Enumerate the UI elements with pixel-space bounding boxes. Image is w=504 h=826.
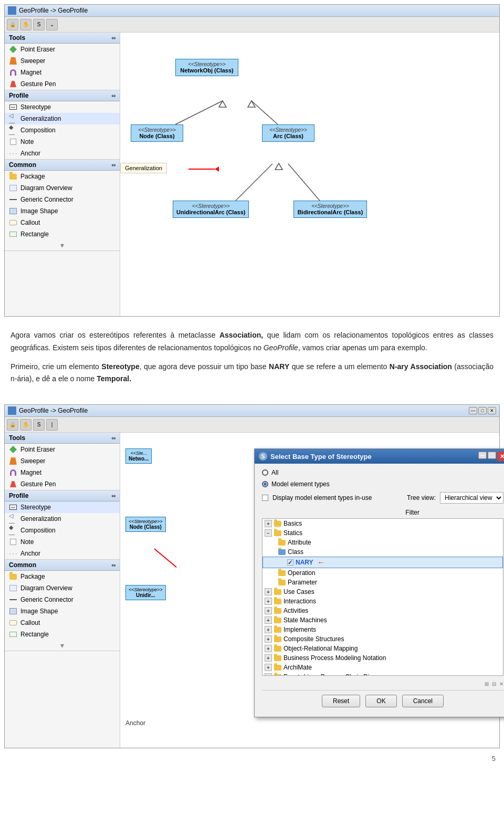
display-checkbox[interactable] xyxy=(262,495,268,501)
expand-use-cases[interactable]: + xyxy=(265,588,272,595)
gesture-pen-icon-2 xyxy=(9,480,17,488)
sidebar2-item-anchor[interactable]: · · · Anchor xyxy=(5,548,120,559)
sidebar-item-gesture-pen[interactable]: Gesture Pen xyxy=(5,78,120,90)
expand-activities[interactable]: + xyxy=(265,607,272,614)
sidebar2-item-image-shape[interactable]: Image Shape xyxy=(5,605,120,617)
tree-item-interactions[interactable]: + Interactions xyxy=(262,597,503,606)
sidebar-item-sweeper[interactable]: Sweeper xyxy=(5,55,120,67)
toolbar-s-btn[interactable]: S xyxy=(33,19,45,30)
sidebar-item-callout[interactable]: Callout xyxy=(5,217,120,228)
tree-item-basics[interactable]: + Basics xyxy=(262,519,503,528)
sidebar2-item-generic-connector[interactable]: Generic Connector xyxy=(5,594,120,605)
expand-implements[interactable]: + xyxy=(265,626,272,633)
expand-statics[interactable]: − xyxy=(265,529,272,537)
sidebar-item-rectangle[interactable]: Rectangle xyxy=(5,228,120,240)
sidebar2-item-stereotype[interactable]: «» Stereotype xyxy=(5,501,120,513)
sidebar2-item-diagram-overview[interactable]: Diagram Overview xyxy=(5,582,120,594)
toolbar-arrow-btn[interactable]: ⌄ xyxy=(46,19,58,30)
toolbar2-pipe-btn[interactable]: | xyxy=(46,419,58,431)
sidebar-item-magnet[interactable]: Magnet xyxy=(5,67,120,78)
sidebar-item-note[interactable]: Note xyxy=(5,136,120,148)
radio-model-types[interactable] xyxy=(262,481,268,487)
treeview-select[interactable]: Hierarchical view xyxy=(440,492,503,504)
minimize-btn[interactable]: — xyxy=(469,407,477,414)
sidebar-item-image-shape[interactable]: Image Shape xyxy=(5,205,120,217)
sidebar-item-stereotype[interactable]: «» Stereotype xyxy=(5,101,120,113)
dialog-min-btn[interactable]: — xyxy=(478,452,487,459)
sidebar-item-generic-connector[interactable]: Generic Connector xyxy=(5,194,120,205)
sidebar2-item-rectangle[interactable]: Rectangle xyxy=(5,629,120,640)
cancel-button[interactable]: Cancel xyxy=(402,695,444,707)
tree-item-bpmn[interactable]: + Business Process Modeling Notation xyxy=(262,653,503,663)
sidebar2-item-callout[interactable]: Callout xyxy=(5,617,120,629)
sidebar2-item-sweeper[interactable]: Sweeper xyxy=(5,455,120,467)
maximize-btn[interactable]: □ xyxy=(478,407,487,414)
common-section-header-2[interactable]: Common ⇔ xyxy=(5,560,120,571)
note-label: Note xyxy=(20,138,34,145)
radio-all[interactable] xyxy=(262,469,268,476)
dialog-max-btn[interactable]: □ xyxy=(488,452,496,459)
stereotype-label-2: Stereotype xyxy=(20,504,51,511)
toolbar-lock-btn[interactable]: 🔒 xyxy=(7,19,18,30)
tree-item-class[interactable]: Class xyxy=(262,547,503,557)
toolbar-hand-btn[interactable]: ✋ xyxy=(20,19,32,30)
tree-item-activities[interactable]: + Activities xyxy=(262,606,503,615)
nary-checkbox[interactable]: ✓ xyxy=(287,559,293,566)
sidebar2-item-point-eraser[interactable]: Point Eraser xyxy=(5,444,120,455)
expand-bpmn[interactable]: + xyxy=(265,654,272,662)
sidebar2-item-gesture-pen[interactable]: Gesture Pen xyxy=(5,478,120,490)
tree-content[interactable]: + Basics − Statics At xyxy=(262,518,503,676)
tree-item-operation[interactable]: Operation xyxy=(262,568,503,578)
expand-composite[interactable]: + xyxy=(265,635,272,643)
toolbar2-hand-btn[interactable]: ✋ xyxy=(20,419,32,431)
tools-section-header[interactable]: Tools ⇔ xyxy=(5,33,120,44)
tree-item-composite-structures[interactable]: + Composite Structures xyxy=(262,634,503,644)
profile-section-header-2[interactable]: Profile ⇔ xyxy=(5,490,120,501)
sidebar-item-composition[interactable]: ◆— Composition xyxy=(5,124,120,136)
tree-item-nary[interactable]: ✓ NARY ← xyxy=(262,557,503,568)
composite-structures-label: Composite Structures xyxy=(284,635,344,643)
geoprofile-italic: GeoProfile xyxy=(264,343,298,352)
sidebar-item-diagram-overview[interactable]: Diagram Overview xyxy=(5,182,120,194)
composition-icon: ◆— xyxy=(9,126,17,134)
tree-item-state-machines[interactable]: + State Machines xyxy=(262,615,503,625)
expand-orm[interactable]: + xyxy=(265,645,272,652)
tree-item-orm[interactable]: + Object-Relational Mapping xyxy=(262,644,503,653)
tree-item-parameter[interactable]: Parameter xyxy=(262,578,503,587)
profile-section-header[interactable]: Profile ⇔ xyxy=(5,90,120,101)
arc-stereotype-label: <<Stereotype>> xyxy=(266,127,311,133)
sidebar-item-package[interactable]: Package xyxy=(5,171,120,182)
sidebar-item-generalization[interactable]: ◁— Generalization xyxy=(5,113,120,124)
unidirectional-stereotype-label: <<Stereotype>> xyxy=(176,203,245,209)
tree-item-attribute[interactable]: Attribute xyxy=(262,538,503,547)
sidebar2-item-generalization[interactable]: ◁— Generalization xyxy=(5,513,120,525)
reset-button[interactable]: Reset xyxy=(322,695,360,707)
tools-section-header-2[interactable]: Tools ⇔ xyxy=(5,433,120,444)
rectangle-icon-2 xyxy=(9,630,17,639)
sidebar2-item-magnet[interactable]: Magnet xyxy=(5,467,120,478)
note-icon-2 xyxy=(9,538,17,546)
toolbar2-lock-btn[interactable]: 🔒 xyxy=(7,419,18,431)
tree-item-epcd[interactable]: + Event-driven Process Chain Diagram xyxy=(262,672,503,676)
close-btn[interactable]: ✕ xyxy=(488,407,496,414)
expand-interactions[interactable]: + xyxy=(265,598,272,605)
expand-basics[interactable]: + xyxy=(265,520,272,527)
toolbar2-s-btn[interactable]: S xyxy=(33,419,45,431)
dialog-close-btn[interactable]: ✕ xyxy=(497,452,504,461)
sidebar2-item-note[interactable]: Note xyxy=(5,536,120,548)
expand-epcd[interactable]: + xyxy=(265,673,272,676)
tree-item-statics[interactable]: − Statics xyxy=(262,528,503,538)
expand-state-machines[interactable]: + xyxy=(265,616,272,624)
tree-item-implements[interactable]: + Implements xyxy=(262,625,503,634)
use-cases-label: Use Cases xyxy=(284,588,314,595)
sidebar-item-anchor[interactable]: · · · Anchor xyxy=(5,148,120,159)
sidebar2-item-composition[interactable]: ◆— Composition xyxy=(5,525,120,536)
expand-archimate[interactable]: + xyxy=(265,664,272,671)
sidebar-item-point-eraser[interactable]: Point Eraser xyxy=(5,44,120,55)
sidebar2-item-package[interactable]: Package xyxy=(5,571,120,582)
ok-button[interactable]: OK xyxy=(365,695,396,707)
sweeper-label-2: Sweeper xyxy=(20,457,45,465)
tree-item-use-cases[interactable]: + Use Cases xyxy=(262,587,503,597)
tree-item-archimate[interactable]: + ArchiMate xyxy=(262,663,503,672)
common-section-header[interactable]: Common ⇔ xyxy=(5,160,120,171)
